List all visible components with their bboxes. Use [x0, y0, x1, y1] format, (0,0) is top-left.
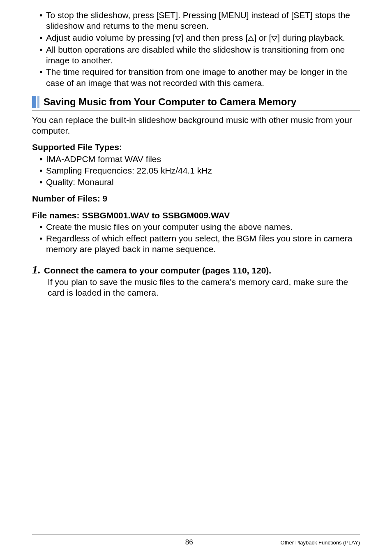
triangle-up-icon — [248, 33, 254, 44]
triangle-down-icon — [175, 33, 181, 44]
step-title: Connect the camera to your computer (pag… — [44, 265, 271, 276]
list-item: IMA-ADPCM format WAV files — [39, 154, 360, 164]
file-names-list: Create the music files on your computer … — [32, 222, 360, 255]
triangle-down-icon — [271, 33, 277, 44]
step-number: 1. — [32, 262, 41, 277]
heading-marker-icon — [32, 96, 39, 108]
section-intro: You can replace the built-in slideshow b… — [32, 115, 360, 137]
bullet-item: The time required for transition from on… — [39, 67, 360, 88]
supported-types-heading: Supported File Types: — [32, 142, 360, 153]
list-item: Create the music files on your computer … — [39, 222, 360, 232]
section-title: Saving Music from Your Computer to Camer… — [44, 96, 296, 108]
list-item: Regardless of which effect pattern you s… — [39, 233, 360, 255]
bullet-text-part: ] or [ — [254, 33, 271, 42]
list-text: Sampling Frequencies: 22.05 kHz/44.1 kHz — [46, 166, 212, 175]
bullet-text: All button operations are disabled while… — [46, 45, 345, 65]
file-names-heading: File names: SSBGM001.WAV to SSBGM009.WAV — [32, 210, 360, 221]
svg-marker-2 — [272, 36, 277, 41]
bullet-text: The time required for transition from on… — [46, 67, 348, 87]
footer-label: Other Playback Functions (PLAY) — [281, 539, 360, 546]
svg-marker-0 — [175, 36, 181, 41]
intro-bullet-list: To stop the slideshow, press [SET]. Pres… — [32, 10, 360, 88]
bullet-item: Adjust audio volume by pressing [] and t… — [39, 32, 360, 44]
num-files-heading: Number of Files: 9 — [32, 193, 360, 204]
bullet-text-part: ] during playback. — [277, 33, 345, 42]
list-text: Regardless of which effect pattern you s… — [46, 234, 352, 254]
page-container: To stop the slideshow, press [SET]. Pres… — [0, 0, 392, 558]
footer-row: 86 Other Playback Functions (PLAY) — [32, 538, 360, 546]
list-text: Quality: Monaural — [46, 177, 114, 187]
page-content: To stop the slideshow, press [SET]. Pres… — [32, 10, 360, 298]
step-heading: 1. Connect the camera to your computer (… — [32, 262, 360, 277]
list-text: IMA-ADPCM format WAV files — [46, 154, 161, 164]
bullet-text: To stop the slideshow, press [SET]. Pres… — [46, 10, 350, 30]
bullet-text-part: ] and then press [ — [181, 33, 248, 42]
list-text: Create the music files on your computer … — [46, 222, 293, 232]
heading-underline — [32, 110, 360, 111]
list-item: Quality: Monaural — [39, 177, 360, 188]
svg-marker-1 — [248, 36, 254, 41]
bullet-text-part: Adjust audio volume by pressing [ — [46, 33, 175, 42]
step-body: If you plan to save the music files to t… — [32, 277, 360, 299]
bullet-item: To stop the slideshow, press [SET]. Pres… — [39, 10, 360, 32]
footer-divider — [32, 534, 360, 535]
bullet-item: All button operations are disabled while… — [39, 44, 360, 66]
supported-types-list: IMA-ADPCM format WAV files Sampling Freq… — [32, 154, 360, 188]
page-footer: 86 Other Playback Functions (PLAY) — [32, 534, 360, 546]
page-number: 86 — [32, 538, 281, 546]
section-heading: Saving Music from Your Computer to Camer… — [32, 96, 360, 108]
list-item: Sampling Frequencies: 22.05 kHz/44.1 kHz — [39, 165, 360, 176]
